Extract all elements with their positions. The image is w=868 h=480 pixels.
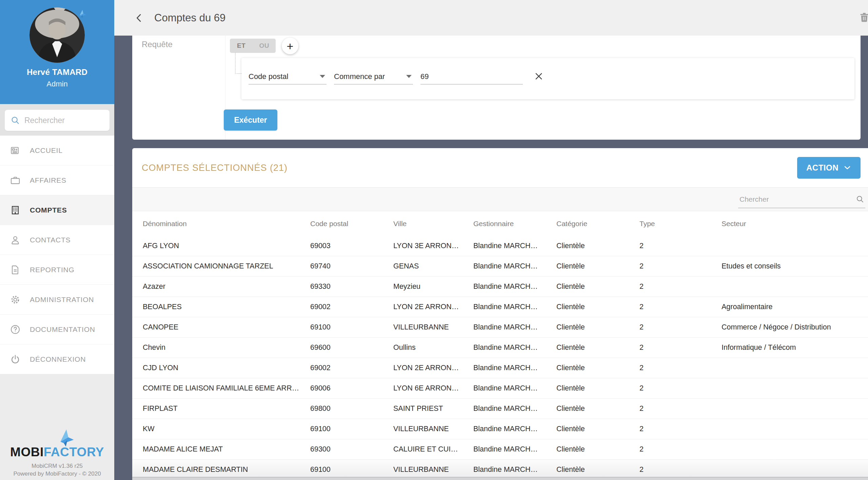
cell: GENAS [393,262,473,271]
cell: Blandine MARCH… [473,404,556,413]
field-select[interactable]: Code postal [249,69,327,84]
powered-by: Powered by MobiFactory - © 2020 [13,471,101,477]
remove-condition-button[interactable] [534,72,544,81]
table-row[interactable]: AFG LYON69003LYON 3E ARRON…Blandine MARC… [132,236,868,256]
user-role: Admin [46,80,67,88]
sidebar-search[interactable] [5,110,110,131]
power-icon [9,354,21,365]
sidebar-item-reporting[interactable]: REPORTING [0,255,114,285]
sidebar-item-label: DOCUMENTATION [30,325,95,334]
sidebar-item-affaires[interactable]: AFFAIRES [0,165,114,195]
cell: Blandine MARCH… [473,262,556,271]
cell: LYON 2E ARRON… [393,303,473,311]
sidebar-item-contacts[interactable]: CONTACTS [0,225,114,255]
field-select-value: Code postal [249,72,288,81]
add-condition-button[interactable]: + [282,38,298,54]
cell: Blandine MARCH… [473,445,556,454]
operator-toggle[interactable]: ET OU [230,39,276,53]
table-row[interactable]: KW69100VILLEURBANNEBlandine MARCH…Client… [132,419,868,439]
value-input[interactable]: 69 [420,69,523,84]
back-button[interactable] [133,12,145,24]
sidebar-footer: MOBIFACTORY MobiCRM v1.36 r25 Powered by… [0,374,114,480]
cell: 2 [639,364,722,372]
column-header-gestionnaire[interactable]: Gestionnaire [473,220,556,228]
sidebar-item-label: ADMINISTRATION [30,296,94,304]
cell: Informatique / Télécom [722,343,868,352]
cell: Agroalimentaire [722,303,868,311]
table-search-input[interactable] [738,195,855,203]
cell: Blandine MARCH… [473,465,556,474]
cell: AFG LYON [143,242,310,250]
column-header-ville[interactable]: Ville [393,220,473,228]
cell: Blandine MARCH… [473,364,556,372]
cell: 69100 [310,425,393,433]
user-profile: Hervé TAMARD Admin [0,0,114,104]
table-search[interactable] [738,191,865,208]
cell: Blandine MARCH… [473,282,556,291]
cell: Meyzieu [393,282,473,291]
table-row[interactable]: COMITE DE LIAISON FAMILIALE 6EME ARR…690… [132,378,868,399]
action-button[interactable]: ACTION [797,157,861,179]
sidebar-search-input[interactable] [24,116,104,125]
cell: Clientèle [556,425,639,433]
table-row[interactable]: CANOPEE69100VILLEURBANNEBlandine MARCH…C… [132,317,868,338]
cell: 69600 [310,343,393,352]
column-header-categorie[interactable]: Catégorie [556,220,639,228]
column-header-secteur[interactable]: Secteur [722,220,868,228]
cell: 69002 [310,364,393,372]
cell: 2 [639,425,722,433]
results-card: COMPTES SÉLECTIONNÉS (21) ACTION Dénomin… [132,148,868,480]
operator-select[interactable]: Commence par [334,69,413,84]
cell: MADAME ALICE MEJAT [143,445,310,454]
sidebar-item-documentation[interactable]: DOCUMENTATION [0,315,114,344]
cell: Etudes et conseils [722,262,868,271]
cell: Clientèle [556,404,639,413]
cell: 69300 [310,445,393,454]
trash-icon[interactable] [859,12,868,23]
table-row[interactable]: BEOALPES69002LYON 2E ARRON…Blandine MARC… [132,297,868,317]
cell: 69003 [310,242,393,250]
gear-icon [9,294,21,305]
sidebar-item-comptes[interactable]: COMPTES [0,195,114,225]
sidebar-item-accueil[interactable]: ACCUEIL [0,136,114,165]
sidebar-item-label: CONTACTS [30,236,71,244]
cell: 2 [639,303,722,311]
table-row[interactable]: MADAME ALICE MEJAT69300CALUIRE ET CUI…Bl… [132,439,868,460]
cell: 69100 [310,323,393,332]
column-header-denomination[interactable]: Dénomination [143,220,310,228]
operator-et-button[interactable]: ET [230,39,253,53]
cell: Chevin [143,343,310,352]
sidebar-item-administration[interactable]: ADMINISTRATION [0,285,114,315]
operator-ou-button[interactable]: OU [253,39,276,53]
execute-button[interactable]: Exécuter [224,109,277,131]
cell: 69002 [310,303,393,311]
table-row[interactable]: CJD LYON69002LYON 2E ARRON…Blandine MARC… [132,358,868,378]
sidebar-item-label: DÉCONNEXION [30,355,86,363]
connector-line [235,53,236,74]
cell: 2 [639,282,722,291]
column-header-type[interactable]: Type [639,220,722,228]
cell: Clientèle [556,465,639,474]
table-row[interactable]: Chevin69600OullinsBlandine MARCH…Clientè… [132,338,868,358]
cell: VILLEURBANNE [393,323,473,332]
question-icon [9,324,21,335]
cell: 2 [639,242,722,250]
cell: Blandine MARCH… [473,343,556,352]
table-row[interactable]: ASSOCIATION CAMIONNAGE TARZEL69740GENASB… [132,256,868,277]
topbar: Comptes du 69 [114,0,868,36]
table-row[interactable]: Azazer69330MeyzieuBlandine MARCH…Clientè… [132,277,868,297]
cell: 69100 [310,465,393,474]
sidebar-item-label: ACCUEIL [30,146,63,155]
table-search-strip [132,187,868,211]
cell: 2 [639,445,722,454]
sidebar-item-deconnexion[interactable]: DÉCONNEXION [0,344,114,374]
cell: FIRPLAST [143,404,310,413]
sidebar-item-label: AFFAIRES [30,176,66,184]
results-title: COMPTES SÉLECTIONNÉS (21) [142,163,288,173]
table-row[interactable]: FIRPLAST69800SAINT PRIESTBlandine MARCH…… [132,399,868,419]
results-header: COMPTES SÉLECTIONNÉS (21) ACTION [132,148,868,187]
app-version: MobiCRM v1.36 r25 [32,463,83,469]
cell: Clientèle [556,242,639,250]
cell: VILLEURBANNE [393,425,473,433]
column-header-code-postal[interactable]: Code postal [310,220,393,228]
